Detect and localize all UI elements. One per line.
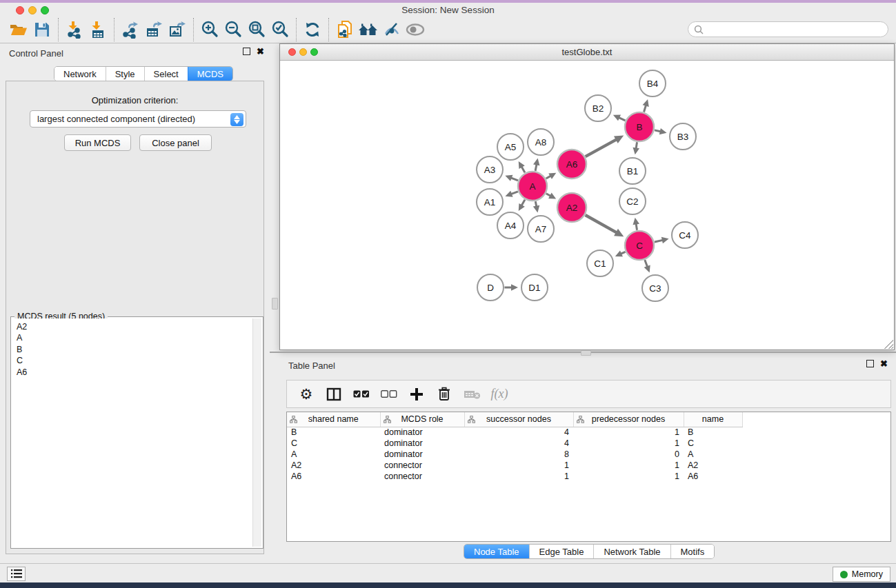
graph-node-D1[interactable]: D1: [521, 274, 548, 301]
graph-node-A5[interactable]: A5: [497, 134, 524, 160]
add-column-icon[interactable]: [404, 383, 429, 406]
open-session-icon[interactable]: [7, 19, 30, 41]
graph-edge-A6-B[interactable]: [586, 139, 617, 156]
mcds-result-list[interactable]: A2ABCA6: [12, 318, 251, 547]
deselect-all-icon[interactable]: [377, 383, 401, 406]
graph-node-A3[interactable]: A3: [477, 156, 503, 183]
column-header-successor-nodes[interactable]: successor nodes: [464, 412, 573, 427]
table-row[interactable]: Bdominator41B: [287, 427, 890, 438]
hide-details-icon[interactable]: [380, 19, 404, 41]
node-label: A3: [484, 165, 496, 175]
node-label: B1: [627, 166, 639, 176]
run-mcds-button[interactable]: Run MCDS: [64, 134, 131, 151]
zoom-out-icon[interactable]: [221, 19, 245, 41]
graph-node-A[interactable]: A: [518, 172, 547, 201]
graph-node-A4[interactable]: A4: [497, 212, 524, 239]
graph-node-B1[interactable]: B1: [619, 158, 646, 184]
close-panel-button[interactable]: Close panel: [139, 134, 212, 151]
toolbar-separator: [193, 18, 194, 41]
table-row[interactable]: A2connector11A2: [287, 460, 890, 471]
zoom-fit-icon[interactable]: [245, 19, 268, 41]
zoom-in-icon[interactable]: [198, 19, 221, 41]
zoom-in-glyph: [200, 20, 219, 39]
search-box[interactable]: [688, 21, 888, 37]
column-header-shared-name[interactable]: shared name: [287, 412, 380, 427]
toolbar-separator: [328, 18, 329, 41]
search-icon: [694, 25, 704, 34]
column-header-predecessor-nodes[interactable]: predecessor nodes: [573, 412, 684, 427]
horizontal-split-grip[interactable]: [581, 350, 591, 356]
tab-network[interactable]: Network: [54, 67, 106, 81]
result-item[interactable]: A6: [17, 367, 247, 378]
network-canvas[interactable]: B4B2BB3A5A8A6B1A3AC2A1A2A4A7C4CC1C3DD1: [280, 61, 894, 349]
graph-node-D[interactable]: D: [477, 274, 504, 301]
graph-node-C1[interactable]: C1: [587, 250, 613, 276]
zoom-selected-icon[interactable]: [268, 19, 292, 41]
app-title: Session: New Session: [0, 5, 896, 15]
status-bar: Memory: [0, 563, 896, 582]
resize-grip[interactable]: [884, 340, 893, 349]
tab-motifs[interactable]: Motifs: [670, 545, 715, 558]
graph-node-A2[interactable]: A2: [557, 193, 586, 222]
save-session-icon[interactable]: [30, 19, 54, 41]
result-item[interactable]: A2: [17, 321, 247, 332]
delete-column-icon[interactable]: [432, 383, 457, 406]
zoom-fit-glyph: [247, 20, 266, 39]
close-panel-icon[interactable]: ✖: [257, 48, 264, 55]
table-panel-title: Table Panel: [288, 361, 335, 371]
export-table-icon[interactable]: [142, 19, 166, 41]
import-network-icon[interactable]: [63, 19, 86, 41]
graph-node-A7[interactable]: A7: [528, 216, 554, 242]
floppy-glyph: [34, 21, 50, 38]
close-table-panel-icon[interactable]: ✖: [880, 360, 888, 367]
table-settings-icon[interactable]: ⚙: [294, 383, 319, 406]
refresh-layout-icon[interactable]: [301, 19, 324, 41]
graph-node-C[interactable]: C: [625, 231, 654, 260]
table-row[interactable]: Cdominator41C: [287, 438, 890, 449]
float-panel-icon[interactable]: [243, 48, 250, 55]
tab-style[interactable]: Style: [106, 67, 144, 81]
graph-node-C4[interactable]: C4: [672, 222, 698, 248]
criterion-dropdown[interactable]: largest connected component (directed): [30, 110, 246, 128]
graph-node-B4[interactable]: B4: [639, 70, 666, 97]
network-file-icon[interactable]: [333, 19, 357, 41]
home-icon[interactable]: [357, 19, 380, 41]
graph-node-A8[interactable]: A8: [528, 129, 554, 155]
export-image-icon[interactable]: [166, 19, 189, 41]
show-columns-icon[interactable]: [321, 383, 346, 406]
result-item[interactable]: A: [17, 332, 247, 343]
import-table-icon[interactable]: [86, 19, 110, 41]
tab-node-table[interactable]: Node Table: [464, 545, 529, 558]
graph-node-B[interactable]: B: [625, 112, 654, 141]
graph-node-B3[interactable]: B3: [670, 123, 696, 150]
column-header-MCDS-role[interactable]: MCDS role: [380, 412, 464, 427]
network-window-titlebar[interactable]: testGlobe.txt: [280, 44, 894, 61]
cell-name: A: [684, 449, 742, 460]
tab-mcds[interactable]: MCDS: [188, 67, 232, 81]
table-row[interactable]: Adominator80A: [287, 449, 890, 460]
graph-edge-A2-C[interactable]: [586, 215, 617, 233]
result-item[interactable]: B: [17, 344, 247, 355]
vertical-split-grip[interactable]: [272, 298, 278, 310]
graph-node-C2[interactable]: C2: [619, 188, 646, 214]
graph-node-A6[interactable]: A6: [557, 150, 586, 179]
tab-select[interactable]: Select: [144, 67, 188, 81]
graph-node-A1[interactable]: A1: [477, 189, 503, 215]
task-history-button[interactable]: [7, 567, 26, 581]
graph-node-B2[interactable]: B2: [585, 95, 611, 121]
show-details-icon[interactable]: [404, 19, 427, 41]
tab-network-table[interactable]: Network Table: [593, 545, 670, 558]
table-row[interactable]: A6connector11A6: [287, 471, 890, 482]
cell-name: A2: [684, 460, 742, 471]
column-header-name[interactable]: name: [684, 412, 742, 427]
search-input[interactable]: [707, 24, 882, 34]
result-item[interactable]: C: [17, 355, 247, 366]
select-all-icon[interactable]: [349, 383, 374, 406]
memory-button[interactable]: Memory: [833, 567, 890, 582]
float-table-panel-icon[interactable]: [866, 360, 874, 367]
result-scrollbar[interactable]: [252, 318, 261, 547]
column-header-label: predecessor nodes: [592, 414, 665, 424]
tab-edge-table[interactable]: Edge Table: [529, 545, 594, 558]
graph-node-C3[interactable]: C3: [642, 275, 668, 301]
export-network-icon[interactable]: [119, 19, 142, 41]
